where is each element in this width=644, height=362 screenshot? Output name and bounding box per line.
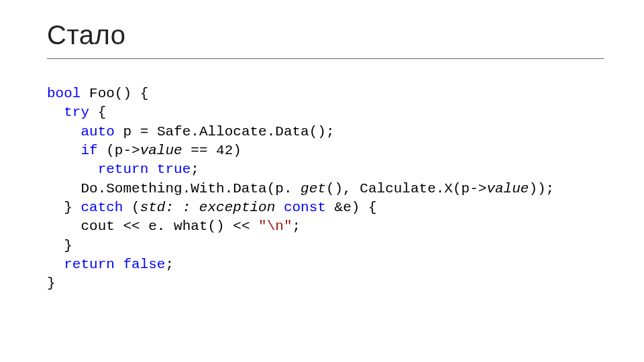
kw-auto: auto <box>80 124 114 139</box>
mem-value: value <box>140 143 182 158</box>
kw-return-2: return <box>64 257 115 272</box>
kw-catch: catch <box>80 200 123 215</box>
kw-bool: bool <box>47 86 80 101</box>
fn-cout: cout <box>80 219 114 234</box>
str-newline: "\n" <box>258 219 292 234</box>
var-p: p <box>123 124 131 139</box>
fn-what: e. what <box>148 219 207 234</box>
slide-content: Стало bool Foo() { try { auto p = Safe.A… <box>0 0 644 294</box>
kw-if: if <box>80 143 97 158</box>
fn-get: get <box>301 181 326 196</box>
title-rule <box>47 58 604 59</box>
var-e: e <box>343 200 352 215</box>
page-title: Стало <box>47 20 604 52</box>
kw-true: true <box>157 162 191 177</box>
fn-do-something: Do.Something.With.Data <box>80 181 266 196</box>
fn-foo: Foo <box>89 86 115 101</box>
code-block: bool Foo() { try { auto p = Safe.Allocat… <box>47 84 604 294</box>
kw-try: try <box>64 105 89 120</box>
fn-calcx: Calculate.X <box>360 181 453 196</box>
typ-std-exception: std: : exception <box>140 200 276 215</box>
fn-safe-alloc: Safe.Allocate.Data <box>157 124 309 139</box>
kw-const: const <box>284 200 326 215</box>
mem-value-2: value <box>486 181 529 196</box>
kw-return-1: return <box>98 162 149 177</box>
kw-false: false <box>123 257 165 272</box>
lit-42: 42 <box>216 143 233 158</box>
